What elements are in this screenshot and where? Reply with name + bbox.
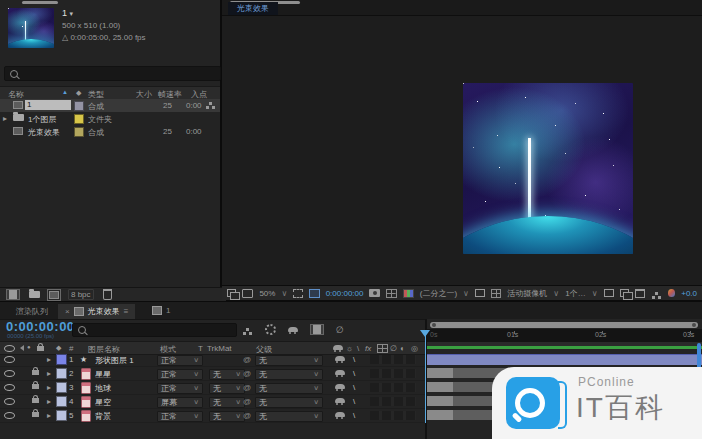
chevron-down-icon[interactable]: ∨ <box>592 289 598 298</box>
label-color-chip[interactable] <box>74 101 84 111</box>
eye-column-icon[interactable] <box>4 345 15 352</box>
shy-icon[interactable] <box>335 398 345 403</box>
shy-icon[interactable] <box>335 356 345 361</box>
mode-select[interactable]: 正常∨ <box>157 355 203 366</box>
layer-row-5[interactable]: ▸ 5 背景 正常∨ 无∨ @ 无∨ \ <box>0 409 425 423</box>
twirl-icon[interactable]: ▸ <box>47 369 51 378</box>
layer-name[interactable]: 地球 <box>95 383 111 394</box>
motion-blur-icon[interactable]: ∅ <box>390 344 397 353</box>
parent-pickwhip-icon[interactable]: @ <box>243 369 251 378</box>
view-count-select[interactable]: 1个… <box>565 288 585 299</box>
new-folder-button[interactable] <box>29 291 40 298</box>
audio-column-icon[interactable] <box>17 345 24 351</box>
twirl-icon[interactable]: ▸ <box>47 383 51 392</box>
twirl-icon[interactable]: ▸ <box>47 355 51 364</box>
hide-shy-layers-icon[interactable] <box>288 327 298 332</box>
eye-icon[interactable] <box>4 384 15 391</box>
label-color-chip[interactable] <box>56 382 67 393</box>
shy-icon[interactable] <box>335 384 345 389</box>
parent-pickwhip-icon[interactable]: @ <box>243 383 251 392</box>
trkmat-select[interactable]: 无∨ <box>209 383 245 394</box>
mode-select[interactable]: 屏幕∨ <box>157 397 203 408</box>
switch-wells[interactable] <box>370 355 416 364</box>
tab-beam-effect[interactable]: × 光束效果 ≡ <box>58 304 135 319</box>
flowchart-icon[interactable] <box>209 102 212 105</box>
item-name[interactable]: 1 <box>25 100 71 110</box>
adjust-exposure-icon[interactable] <box>668 289 675 297</box>
project-bpc[interactable]: 8 bpc <box>68 289 94 300</box>
grid-guides-icon[interactable] <box>386 289 396 298</box>
layer-bar-1[interactable] <box>427 354 702 365</box>
lock-icon[interactable] <box>32 370 39 375</box>
motion-blur-icon[interactable]: ∅ <box>336 325 344 335</box>
pixel-aspect-icon[interactable] <box>604 289 614 297</box>
layer-row-3[interactable]: ▸ 3 地球 正常∨ 无∨ @ 无∨ \ <box>0 381 425 395</box>
chevron-down-icon[interactable]: ∨ <box>281 289 287 298</box>
frame-blend-icon[interactable] <box>310 324 324 335</box>
exposure-value[interactable]: +0.0 <box>681 289 697 298</box>
vertical-scrollbar[interactable] <box>697 343 701 369</box>
time-ruler[interactable]: 0s 01s 02s 03s <box>427 329 702 343</box>
viewer-tab[interactable]: 光束效果 <box>228 2 278 15</box>
layer-name[interactable]: 星星 <box>95 369 111 380</box>
chevron-down-icon[interactable]: ∨ <box>553 289 559 298</box>
region-of-interest-icon[interactable] <box>293 289 303 298</box>
switch-wells[interactable] <box>370 383 416 392</box>
parent-select[interactable]: 无∨ <box>255 355 323 366</box>
project-search-input[interactable] <box>4 66 221 81</box>
draft-3d-icon[interactable] <box>265 324 276 335</box>
label-color-chip[interactable] <box>56 396 67 407</box>
quality-icon[interactable]: \ <box>357 344 359 353</box>
label-color-chip[interactable] <box>56 368 67 379</box>
frame-blend-icon[interactable] <box>377 344 388 353</box>
label-color-chip[interactable] <box>74 127 84 137</box>
dropdown-icon[interactable]: ▾ <box>70 10 74 17</box>
collapse-icon[interactable]: ☼ <box>346 344 353 353</box>
parent-select[interactable]: 无∨ <box>255 397 323 408</box>
fast-previews-icon[interactable] <box>475 289 485 297</box>
layer-name[interactable]: 星空 <box>95 397 111 408</box>
layer-row-4[interactable]: ▸ 4 星空 屏幕∨ 无∨ @ 无∨ \ <box>0 395 425 409</box>
composition-mini-flowchart-icon[interactable] <box>246 328 249 331</box>
column-trkmat[interactable]: TrkMat <box>207 344 232 353</box>
composition-flowchart-icon[interactable] <box>620 289 629 297</box>
parent-pickwhip-icon[interactable]: @ <box>243 397 251 406</box>
eye-icon[interactable] <box>4 356 15 363</box>
layer-name[interactable]: 背景 <box>95 411 111 422</box>
playhead-line[interactable] <box>425 330 426 423</box>
fx-icon[interactable]: fx <box>365 344 371 353</box>
eye-icon[interactable] <box>4 398 15 405</box>
screen-icon[interactable] <box>242 289 253 298</box>
quality-icon[interactable]: \ <box>353 397 355 406</box>
parent-select[interactable]: 无∨ <box>255 411 323 422</box>
lock-icon[interactable] <box>32 398 39 403</box>
mode-select[interactable]: 正常∨ <box>157 369 203 380</box>
label-color-chip[interactable] <box>74 114 84 124</box>
viewer-canvas[interactable] <box>222 16 702 285</box>
3d-layer-icon[interactable]: ◎ <box>411 344 418 353</box>
snapshot-icon[interactable] <box>227 289 236 297</box>
sort-asc-icon[interactable]: ▲ <box>62 89 68 95</box>
label-icon[interactable]: ◆ <box>76 89 81 97</box>
expand-arrow-icon[interactable]: ▸ <box>3 114 7 123</box>
preview-timecode[interactable]: 0:00:00:00 <box>326 289 364 298</box>
show-channel-icon[interactable] <box>403 289 414 298</box>
mode-select[interactable]: 正常∨ <box>157 411 203 422</box>
panel-grip[interactable] <box>22 1 58 4</box>
parent-pickwhip-icon[interactable]: @ <box>243 355 251 364</box>
new-composition-button[interactable] <box>49 291 59 299</box>
panel-menu-icon[interactable]: ≡ <box>124 307 129 316</box>
close-icon[interactable]: × <box>65 307 70 316</box>
composition-thumbnail[interactable] <box>8 8 54 48</box>
timeline-search-input[interactable] <box>72 323 237 337</box>
shy-icon[interactable] <box>335 412 345 417</box>
tab-render-queue[interactable]: 渲染队列 <box>16 306 48 317</box>
shy-icon[interactable] <box>333 345 343 350</box>
timeline-navigator-scrollbar[interactable] <box>430 322 698 328</box>
column-t[interactable]: T <box>198 344 203 353</box>
label-column-icon[interactable]: ◆ <box>56 344 61 352</box>
twirl-icon[interactable]: ▸ <box>47 411 51 420</box>
solo-column-icon[interactable]: ● <box>27 344 31 350</box>
layer-row-2[interactable]: ▸ 2 星星 正常∨ 无∨ @ 无∨ \ <box>0 367 425 381</box>
trkmat-select[interactable]: 无∨ <box>209 411 245 422</box>
